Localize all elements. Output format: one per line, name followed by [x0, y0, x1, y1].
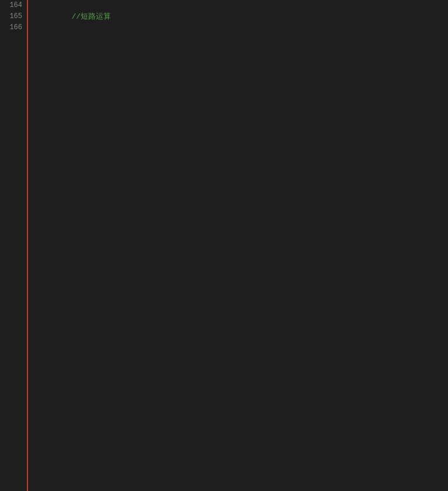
- code-content[interactable]: //短路运算: [28, 0, 448, 491]
- line-number: 165: [2, 11, 22, 22]
- code-editor: 164165166 //短路运算: [0, 0, 448, 491]
- line-number: 164: [2, 0, 22, 11]
- line-number: 166: [2, 22, 22, 33]
- code-line: //短路运算: [35, 11, 448, 22]
- line-number-gutter: 164165166: [0, 0, 28, 491]
- code-line: [35, 0, 448, 11]
